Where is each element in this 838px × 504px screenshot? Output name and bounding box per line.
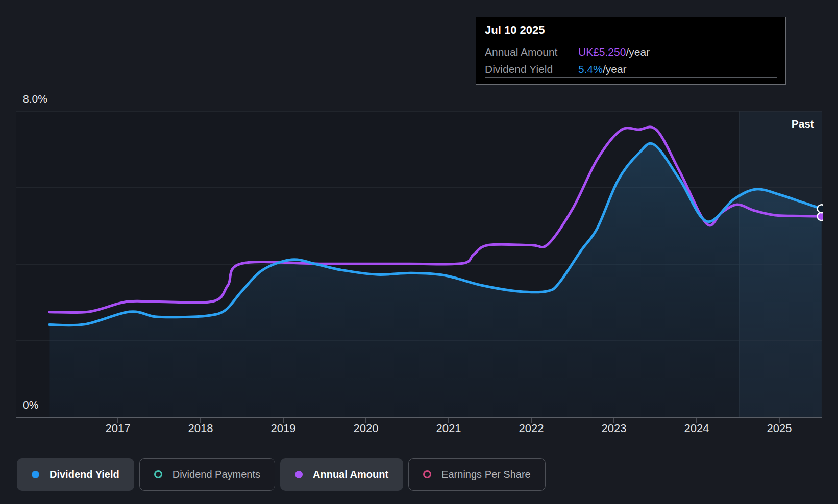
y-axis-label: 0%: [23, 399, 38, 411]
dividend-yield-end-marker: [818, 205, 826, 213]
legend-label: Dividend Yield: [50, 469, 119, 481]
dividend-payments-circle-icon: [154, 470, 162, 478]
x-axis-label: 2023: [602, 422, 627, 435]
tooltip-value: UK£5.250/year: [578, 46, 650, 58]
x-axis-label: 2017: [106, 422, 131, 435]
chart-tooltip: Jul 10 2025 Annual AmountUK£5.250/year D…: [476, 17, 786, 85]
legend-label: Dividend Payments: [172, 469, 260, 481]
tooltip-label: Dividend Yield: [485, 61, 578, 78]
x-axis-label: 2021: [436, 422, 461, 435]
tooltip-label: Annual Amount: [485, 42, 578, 61]
chart-legend: Dividend Yield Dividend Payments Annual …: [17, 458, 546, 491]
annual-amount-end-marker: [818, 212, 826, 220]
legend-annual-amount-button[interactable]: Annual Amount: [280, 458, 403, 491]
x-axis-label: 2020: [354, 422, 379, 435]
x-axis-label: 2025: [767, 422, 792, 435]
earnings-per-share-circle-icon: [423, 470, 431, 478]
legend-dividend-payments-button[interactable]: Dividend Payments: [139, 458, 275, 491]
tooltip-value-suffix: /year: [626, 46, 650, 58]
x-axis-label: 2019: [271, 422, 296, 435]
tooltip-value: 5.4%/year: [578, 63, 627, 75]
dividend-yield-dot-icon: [32, 471, 39, 478]
x-axis-label: 2018: [188, 422, 213, 435]
tooltip-date: Jul 10 2025: [485, 17, 777, 42]
legend-label: Annual Amount: [313, 469, 388, 481]
annual-amount-dot-icon: [295, 471, 303, 478]
x-axis-label: 2024: [684, 422, 709, 435]
legend-label: Earnings Per Share: [441, 469, 531, 481]
x-axis-label: 2022: [519, 422, 544, 435]
past-region-label: Past: [740, 118, 814, 130]
tooltip-value-number: 5.4%: [578, 63, 603, 75]
tooltip-row-dividend-yield: Dividend Yield5.4%/year: [485, 61, 777, 78]
dividend-chart-page: 2017201820192020202120222023202420258.0%…: [0, 0, 838, 504]
y-axis-label: 8.0%: [23, 93, 47, 105]
tooltip-value-number: UK£5.250: [578, 46, 626, 58]
legend-dividend-yield-button[interactable]: Dividend Yield: [17, 458, 134, 491]
legend-earnings-per-share-button[interactable]: Earnings Per Share: [408, 458, 546, 491]
tooltip-row-annual-amount: Annual AmountUK£5.250/year: [485, 42, 777, 61]
tooltip-value-suffix: /year: [603, 63, 627, 75]
